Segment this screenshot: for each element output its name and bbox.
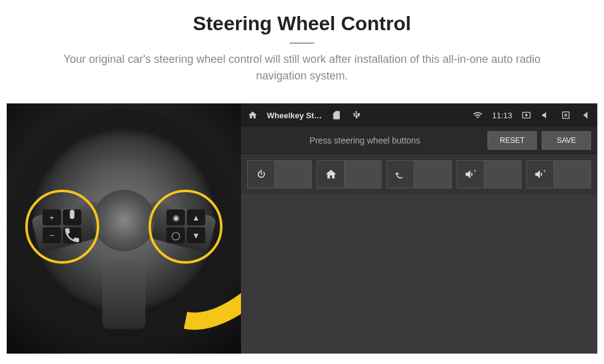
wheel-button-cluster-right: ◉ ▲ ◯ ▼ xyxy=(166,209,205,243)
wheel-spoke xyxy=(102,261,145,329)
wheel-btn-cycle: ◯ xyxy=(166,227,185,243)
callout-arrow xyxy=(179,259,241,335)
volume-up-icon: + xyxy=(527,161,554,188)
status-bar: Wheelkey St… 11:13 xyxy=(241,103,597,127)
page-subtitle: Your original car's steering wheel contr… xyxy=(0,51,604,84)
key-slot[interactable] xyxy=(386,160,451,188)
home-icon xyxy=(317,161,345,188)
key-slot[interactable]: + xyxy=(457,160,521,188)
save-button[interactable]: SAVE xyxy=(542,131,591,150)
wheel-btn-media: ◉ xyxy=(166,209,185,225)
svg-text:+: + xyxy=(543,168,546,174)
wheel-btn-voice xyxy=(63,209,81,225)
wifi-icon xyxy=(472,110,483,121)
screenshot-icon[interactable] xyxy=(521,110,532,121)
back-icon[interactable] xyxy=(580,110,591,121)
wheel-hub xyxy=(93,190,155,251)
wheel-btn-plus: + xyxy=(43,209,61,225)
hero-panel: + − ◉ ▲ ◯ ▼ Wheelkey St… xyxy=(6,103,598,354)
wheel-btn-down: ▼ xyxy=(187,227,205,243)
close-app-icon[interactable] xyxy=(560,110,571,121)
sd-card-icon xyxy=(331,110,342,121)
prompt-text: Press steering wheel buttons xyxy=(247,135,483,145)
content-area xyxy=(241,195,597,354)
wheel-btn-minus: − xyxy=(43,227,61,243)
key-slot-row: + + xyxy=(241,154,597,195)
title-divider xyxy=(290,42,314,44)
page-header: Steering Wheel Control Your original car… xyxy=(0,0,604,91)
wheel-btn-up: ▲ xyxy=(187,209,205,225)
return-icon xyxy=(387,161,414,188)
key-slot[interactable] xyxy=(317,160,382,188)
svg-point-2 xyxy=(525,114,528,116)
head-unit-screen: Wheelkey St… 11:13 xyxy=(241,103,597,354)
app-name-label: Wheelkey St… xyxy=(267,111,322,120)
wheel-btn-phone xyxy=(63,227,81,243)
mute-icon[interactable] xyxy=(541,110,552,121)
home-icon[interactable] xyxy=(247,110,258,121)
prompt-bar: Press steering wheel buttons RESET SAVE xyxy=(241,127,597,154)
svg-text:+: + xyxy=(473,168,476,174)
key-slot[interactable] xyxy=(247,160,312,188)
usb-icon xyxy=(351,110,362,121)
key-slot[interactable]: + xyxy=(526,160,591,188)
clock-label: 11:13 xyxy=(492,111,512,120)
steering-wheel-photo: + − ◉ ▲ ◯ ▼ xyxy=(7,103,241,354)
volume-up-icon: + xyxy=(457,161,484,188)
page-title: Steering Wheel Control xyxy=(0,12,604,35)
wheel-button-cluster-left: + − xyxy=(43,209,81,243)
power-icon xyxy=(248,161,275,188)
reset-button[interactable]: RESET xyxy=(488,131,537,150)
